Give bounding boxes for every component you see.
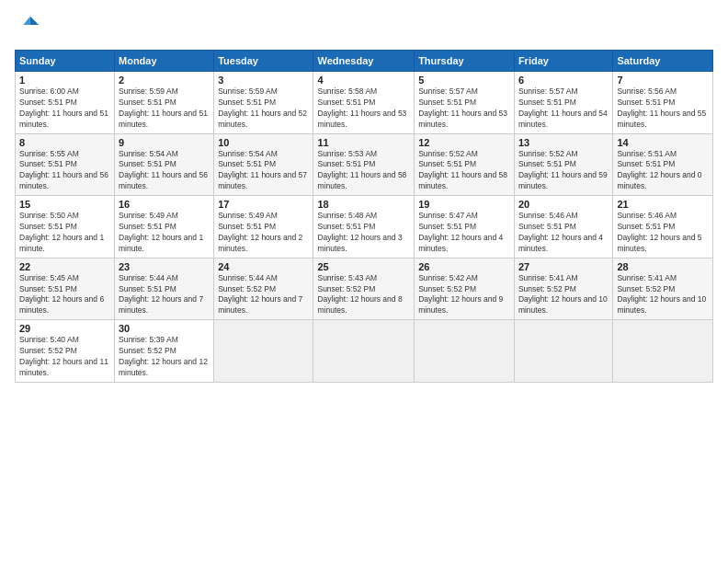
day-info: Sunrise: 5:39 AMSunset: 5:52 PMDaylight:… — [119, 335, 210, 379]
day-info: Sunrise: 5:41 AMSunset: 5:52 PMDaylight:… — [617, 273, 709, 317]
day-number: 22 — [19, 261, 110, 272]
day-info: Sunrise: 5:56 AMSunset: 5:51 PMDaylight:… — [617, 86, 709, 131]
day-info: Sunrise: 5:58 AMSunset: 5:51 PMDaylight:… — [317, 86, 410, 131]
calendar-cell: 19 Sunrise: 5:47 AMSunset: 5:51 PMDaylig… — [415, 196, 515, 259]
day-number: 1 — [19, 75, 110, 86]
day-number: 20 — [518, 199, 609, 210]
day-info: Sunrise: 5:57 AMSunset: 5:51 PMDaylight:… — [518, 86, 609, 131]
day-info: Sunrise: 5:55 AMSunset: 5:51 PMDaylight:… — [19, 149, 110, 193]
day-info: Sunrise: 5:47 AMSunset: 5:51 PMDaylight:… — [418, 211, 510, 255]
calendar-header-monday: Monday — [115, 51, 214, 72]
day-info: Sunrise: 5:41 AMSunset: 5:52 PMDaylight:… — [518, 273, 609, 317]
calendar-cell: 22 Sunrise: 5:45 AMSunset: 5:51 PMDaylig… — [16, 258, 115, 320]
day-number: 28 — [617, 261, 709, 272]
day-number: 11 — [317, 137, 410, 148]
day-number: 15 — [19, 199, 110, 210]
header — [15, 11, 713, 42]
calendar-cell: 10 Sunrise: 5:54 AMSunset: 5:51 PMDaylig… — [214, 133, 313, 196]
day-info: Sunrise: 5:45 AMSunset: 5:51 PMDaylight:… — [19, 273, 110, 317]
day-number: 23 — [119, 261, 210, 272]
calendar-header-saturday: Saturday — [613, 51, 713, 72]
calendar-cell — [415, 320, 515, 383]
logo — [15, 11, 40, 42]
day-info: Sunrise: 5:43 AMSunset: 5:52 PMDaylight:… — [317, 273, 410, 317]
calendar-week-3: 15 Sunrise: 5:50 AMSunset: 5:51 PMDaylig… — [16, 196, 713, 259]
day-number: 12 — [418, 137, 510, 148]
day-number: 14 — [617, 137, 709, 148]
calendar-cell: 16 Sunrise: 5:49 AMSunset: 5:51 PMDaylig… — [115, 196, 214, 259]
calendar-cell — [514, 320, 612, 383]
calendar-cell: 9 Sunrise: 5:54 AMSunset: 5:51 PMDayligh… — [115, 133, 214, 196]
calendar-header-sunday: Sunday — [16, 51, 115, 72]
day-info: Sunrise: 5:54 AMSunset: 5:51 PMDaylight:… — [119, 149, 210, 193]
day-info: Sunrise: 5:51 AMSunset: 5:51 PMDaylight:… — [617, 149, 709, 193]
calendar-cell: 14 Sunrise: 5:51 AMSunset: 5:51 PMDaylig… — [613, 133, 713, 196]
calendar-week-1: 1 Sunrise: 6:00 AMSunset: 5:51 PMDayligh… — [16, 72, 713, 134]
calendar-cell: 30 Sunrise: 5:39 AMSunset: 5:52 PMDaylig… — [115, 320, 214, 383]
day-number: 26 — [418, 261, 510, 272]
calendar-cell: 5 Sunrise: 5:57 AMSunset: 5:51 PMDayligh… — [415, 72, 515, 134]
calendar-cell — [313, 320, 415, 383]
svg-marker-0 — [30, 17, 39, 25]
day-number: 17 — [218, 199, 309, 210]
calendar-cell: 25 Sunrise: 5:43 AMSunset: 5:52 PMDaylig… — [313, 258, 415, 320]
day-info: Sunrise: 6:00 AMSunset: 5:51 PMDaylight:… — [19, 86, 110, 131]
calendar-cell: 20 Sunrise: 5:46 AMSunset: 5:51 PMDaylig… — [514, 196, 612, 259]
calendar-cell: 26 Sunrise: 5:42 AMSunset: 5:52 PMDaylig… — [415, 258, 515, 320]
day-number: 29 — [19, 323, 110, 334]
day-info: Sunrise: 5:48 AMSunset: 5:51 PMDaylight:… — [317, 211, 410, 255]
day-number: 24 — [218, 261, 309, 272]
day-info: Sunrise: 5:46 AMSunset: 5:51 PMDaylight:… — [518, 211, 609, 255]
calendar-cell: 28 Sunrise: 5:41 AMSunset: 5:52 PMDaylig… — [613, 258, 713, 320]
logo-icon — [15, 13, 40, 39]
day-number: 9 — [119, 137, 210, 148]
calendar-header-thursday: Thursday — [415, 51, 515, 72]
calendar-cell: 7 Sunrise: 5:56 AMSunset: 5:51 PMDayligh… — [613, 72, 713, 134]
day-info: Sunrise: 5:57 AMSunset: 5:51 PMDaylight:… — [418, 86, 510, 131]
calendar-cell: 6 Sunrise: 5:57 AMSunset: 5:51 PMDayligh… — [514, 72, 612, 134]
day-number: 25 — [317, 261, 410, 272]
calendar-cell: 2 Sunrise: 5:59 AMSunset: 5:51 PMDayligh… — [115, 72, 214, 134]
calendar-cell: 23 Sunrise: 5:44 AMSunset: 5:51 PMDaylig… — [115, 258, 214, 320]
day-number: 10 — [218, 137, 309, 148]
calendar: SundayMondayTuesdayWednesdayThursdayFrid… — [15, 50, 713, 383]
day-info: Sunrise: 5:59 AMSunset: 5:51 PMDaylight:… — [218, 86, 309, 131]
day-number: 16 — [119, 199, 210, 210]
calendar-cell: 11 Sunrise: 5:53 AMSunset: 5:51 PMDaylig… — [313, 133, 415, 196]
calendar-header-tuesday: Tuesday — [214, 51, 313, 72]
calendar-cell: 15 Sunrise: 5:50 AMSunset: 5:51 PMDaylig… — [16, 196, 115, 259]
svg-marker-1 — [23, 17, 29, 25]
page: SundayMondayTuesdayWednesdayThursdayFrid… — [0, 0, 728, 563]
day-info: Sunrise: 5:50 AMSunset: 5:51 PMDaylight:… — [19, 211, 110, 255]
day-number: 18 — [317, 199, 410, 210]
day-number: 7 — [617, 75, 709, 86]
day-info: Sunrise: 5:44 AMSunset: 5:52 PMDaylight:… — [218, 273, 309, 317]
calendar-week-2: 8 Sunrise: 5:55 AMSunset: 5:51 PMDayligh… — [16, 133, 713, 196]
day-info: Sunrise: 5:52 AMSunset: 5:51 PMDaylight:… — [418, 149, 510, 193]
calendar-cell: 12 Sunrise: 5:52 AMSunset: 5:51 PMDaylig… — [415, 133, 515, 196]
calendar-cell: 3 Sunrise: 5:59 AMSunset: 5:51 PMDayligh… — [214, 72, 313, 134]
calendar-cell — [214, 320, 313, 383]
day-info: Sunrise: 5:49 AMSunset: 5:51 PMDaylight:… — [119, 211, 210, 255]
day-info: Sunrise: 5:59 AMSunset: 5:51 PMDaylight:… — [119, 86, 210, 131]
day-number: 13 — [518, 137, 609, 148]
day-info: Sunrise: 5:44 AMSunset: 5:51 PMDaylight:… — [119, 273, 210, 317]
calendar-week-5: 29 Sunrise: 5:40 AMSunset: 5:52 PMDaylig… — [16, 320, 713, 383]
day-number: 21 — [617, 199, 709, 210]
calendar-header-row: SundayMondayTuesdayWednesdayThursdayFrid… — [16, 51, 713, 72]
day-info: Sunrise: 5:52 AMSunset: 5:51 PMDaylight:… — [518, 149, 609, 193]
calendar-cell: 29 Sunrise: 5:40 AMSunset: 5:52 PMDaylig… — [16, 320, 115, 383]
calendar-header-wednesday: Wednesday — [313, 51, 415, 72]
calendar-week-4: 22 Sunrise: 5:45 AMSunset: 5:51 PMDaylig… — [16, 258, 713, 320]
calendar-cell: 24 Sunrise: 5:44 AMSunset: 5:52 PMDaylig… — [214, 258, 313, 320]
day-number: 3 — [218, 75, 309, 86]
calendar-cell: 13 Sunrise: 5:52 AMSunset: 5:51 PMDaylig… — [514, 133, 612, 196]
day-number: 19 — [418, 199, 510, 210]
calendar-cell: 1 Sunrise: 6:00 AMSunset: 5:51 PMDayligh… — [16, 72, 115, 134]
calendar-cell: 4 Sunrise: 5:58 AMSunset: 5:51 PMDayligh… — [313, 72, 415, 134]
day-number: 30 — [119, 323, 210, 334]
day-number: 2 — [119, 75, 210, 86]
day-number: 6 — [518, 75, 609, 86]
calendar-cell: 17 Sunrise: 5:49 AMSunset: 5:51 PMDaylig… — [214, 196, 313, 259]
day-info: Sunrise: 5:54 AMSunset: 5:51 PMDaylight:… — [218, 149, 309, 193]
